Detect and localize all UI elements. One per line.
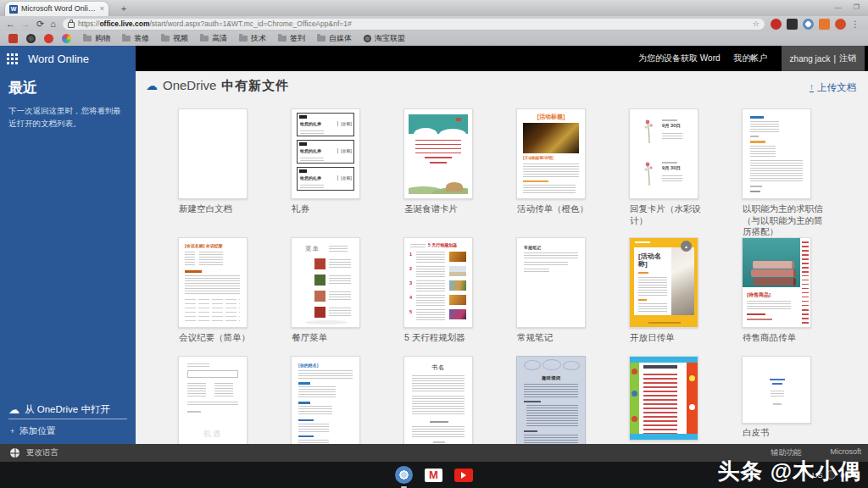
sign-out-link[interactable]: 注销 [839, 53, 856, 64]
globe-icon [364, 35, 371, 42]
bookmark-folder-shopping[interactable]: 购物 [83, 33, 110, 44]
onedrive-cloud-icon: ☁ [8, 404, 19, 415]
template-book-title[interactable]: 书名 [403, 356, 473, 444]
forward-button[interactable]: → [21, 19, 31, 29]
template-thumbnail [629, 356, 698, 441]
adblock-extension-icon[interactable] [771, 19, 782, 30]
template-colorful-flyer[interactable] [629, 356, 698, 441]
template-functional-cover-letter[interactable]: 以职能为主的求职信（与以职能为主的简历搭配） [742, 108, 811, 199]
sidebar-divider [8, 419, 127, 419]
upload-icon: ↑ [810, 83, 814, 92]
bookmark-folder-media[interactable]: 自媒体 [317, 33, 352, 44]
bookmarks-bar: 购物 装修 视频 高清 技术 签到 自媒体 淘宝联盟 [0, 31, 868, 46]
bookmark-favicon-red-circle[interactable] [44, 34, 53, 43]
tab-close-icon[interactable]: × [100, 5, 104, 13]
template-thumbnail: ▲ [活动名称] [629, 237, 698, 328]
template-resume[interactable]: [你的姓名] [291, 356, 360, 444]
user-menu[interactable]: zhang jack | 注销 [782, 46, 865, 71]
house-badge-icon: ▲ [681, 241, 692, 252]
template-general-notes[interactable]: 常规笔记 常规笔记 [516, 237, 586, 328]
folder-icon [122, 36, 131, 42]
bookmark-star-icon[interactable]: ☆ [753, 19, 760, 28]
template-event-flyer-orange[interactable]: [活动标题] [活动副标题/说明] 活动传单（橙色） [516, 108, 586, 199]
template-thumbnail: [你的姓名] [291, 356, 360, 444]
bookmark-folder-tech[interactable]: 技术 [239, 33, 266, 44]
template-gift-certificate[interactable]: 给您的礼券[金额] 给您的礼券[金额] 给您的礼券[金额] 礼券 [291, 108, 360, 199]
open-from-onedrive-link[interactable]: ☁从 OneDrive 中打开 [8, 403, 110, 416]
template-thumbnail: 常规笔记 [516, 237, 586, 328]
template-open-house-flyer[interactable]: ▲ [活动名称] 开放日传单 [629, 237, 698, 328]
user-name: zhang jack [790, 54, 831, 64]
app-title: Word Online [28, 53, 89, 65]
template-restaurant-menu[interactable]: 菜单 餐厅菜单 [291, 237, 360, 328]
language-globe-icon [10, 448, 19, 458]
template-white-paper[interactable]: 白皮书 [742, 356, 811, 424]
plus-icon: + [10, 427, 14, 435]
template-christmas-recipe-cards[interactable]: 圣诞食谱卡片 [403, 108, 473, 199]
template-thumbnail: [待售商品] [742, 237, 811, 328]
bookmark-favicon-sphere[interactable] [62, 34, 71, 43]
bookmark-folder-decor[interactable]: 装修 [122, 33, 149, 44]
extension-icon-dark[interactable] [787, 19, 798, 30]
app-launcher-icon[interactable] [7, 53, 18, 64]
template-blank-document[interactable]: 新建空白文档 [178, 108, 248, 199]
window-maximize-button[interactable]: ❐ [854, 3, 860, 11]
gmail-app-icon[interactable]: M [425, 469, 442, 482]
template-thumbnail: 机遇 [178, 356, 248, 444]
sidebar: Word Online 最近 下一次返回这里时，您将看到最近打开的文档列表。 ☁… [0, 46, 136, 444]
home-button[interactable]: ⌂ [50, 19, 56, 29]
back-button[interactable]: ← [6, 19, 15, 29]
office-top-bar: 为您的设备获取 Word 我的帐户 zhang jack | 注销 [136, 46, 868, 71]
bookmark-favicon-red[interactable] [8, 34, 18, 43]
template-thumbnail [742, 356, 811, 424]
extension-icon-circle[interactable] [803, 19, 814, 30]
template-thumbnail: 趣味填词 [516, 356, 586, 444]
template-form[interactable]: 机遇 [178, 356, 248, 444]
bookmark-folder-checkin[interactable]: 签到 [278, 33, 305, 44]
template-thumbnail: 书名 [403, 356, 473, 444]
template-thumbnail: [会议名称] 会议纪要 [178, 237, 248, 328]
template-thumbnail: [活动标题] [活动副标题/说明] [516, 108, 586, 199]
youtube-app-icon[interactable] [454, 469, 473, 482]
watercolor-flower-icon [643, 160, 655, 186]
add-place-link[interactable]: +添加位置 [10, 425, 55, 437]
folder-icon [83, 36, 92, 42]
get-word-link[interactable]: 为您的设备获取 Word [638, 53, 721, 64]
address-bar[interactable]: https://office.live.com/start/word.aspx?… [63, 19, 765, 30]
bookmark-taobao[interactable]: 淘宝联盟 [364, 33, 405, 44]
change-language-link[interactable]: 更改语言 [26, 447, 58, 458]
template-for-sale-flyer[interactable]: [待售商品] 待售商品传单 [742, 237, 811, 328]
folder-icon [239, 36, 248, 42]
template-reply-card-watercolor[interactable]: 9月 30日 9月 30日 回复卡片（水彩设计） [629, 108, 698, 199]
refresh-button[interactable]: ⟳ [36, 19, 44, 29]
word-favicon-icon: W [9, 5, 18, 14]
window-minimize-button[interactable]: — [835, 3, 842, 11]
chromium-app-icon[interactable] [395, 466, 413, 484]
onedrive-cloud-icon: ☁ [146, 80, 158, 92]
tab-strip: W Microsoft Word Online - 协作… × + — ❐ [0, 0, 868, 16]
page-title: 中有新文件 [221, 78, 289, 94]
template-fun-word-fill[interactable]: 趣味填词 [516, 356, 586, 444]
play-icon [461, 472, 466, 479]
browser-tab[interactable]: W Microsoft Word Online - 协作… × [5, 2, 108, 16]
folder-icon [161, 36, 170, 42]
new-tab-button[interactable]: + [115, 3, 132, 14]
screen: W Microsoft Word Online - 协作… × + — ❐ ← … [0, 0, 868, 488]
template-thumbnail [178, 108, 248, 199]
bookmark-favicon-globe[interactable] [26, 34, 36, 43]
extension-icon-orange-square[interactable] [819, 19, 830, 30]
bookmark-folder-video[interactable]: 视频 [161, 33, 188, 44]
folder-icon [278, 36, 287, 42]
extension-icon-orange-circle[interactable] [835, 19, 846, 30]
template-thumbnail [742, 108, 811, 199]
template-thumbnail: 9月 30日 9月 30日 [629, 108, 698, 199]
folder-icon [200, 36, 209, 42]
my-account-link[interactable]: 我的帐户 [734, 53, 768, 64]
browser-menu-icon[interactable]: ⋮ [851, 19, 860, 29]
template-meeting-minutes-simple[interactable]: [会议名称] 会议纪要 会议纪要（简单） [178, 237, 248, 328]
template-5-day-itinerary[interactable]: 5 天行程规划器 1 2 3 4 5 5 天行程规划器 [403, 237, 473, 328]
folder-icon [317, 36, 326, 42]
upload-document-button[interactable]: ↑ 上传文档 [810, 81, 856, 94]
bookmark-folder-hd[interactable]: 高清 [200, 33, 227, 44]
secure-lock-icon [68, 22, 75, 28]
